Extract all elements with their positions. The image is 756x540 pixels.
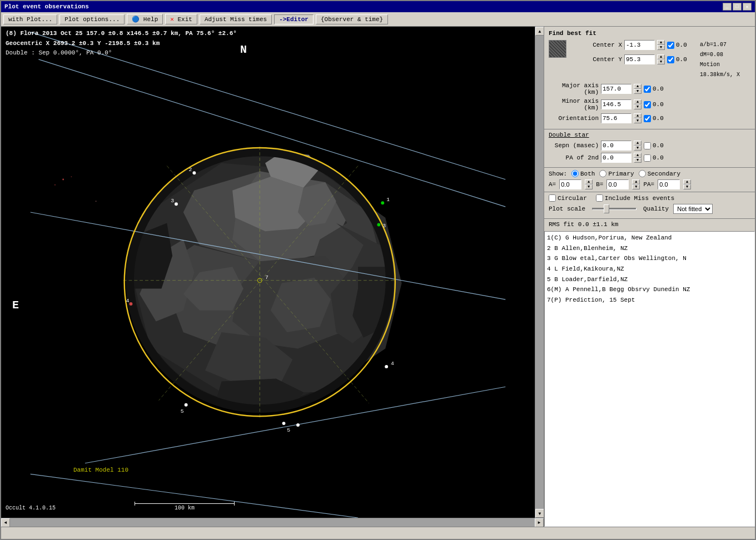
scale-line xyxy=(135,503,235,504)
minor-axis-up[interactable]: ▲ xyxy=(634,99,641,104)
center-y-up[interactable]: ▲ xyxy=(657,54,665,59)
observer-time-button[interactable]: {Observer & time} xyxy=(316,14,388,24)
quality-select[interactable]: Not fitted Poor Fair Good Excellent xyxy=(673,204,713,214)
svg-text:5: 5 xyxy=(181,408,184,414)
center-y-label: Center Y xyxy=(572,56,622,63)
scroll-right-button[interactable]: ► xyxy=(535,518,544,527)
svg-text:4: 4 xyxy=(391,361,394,367)
pa-2nd-spinner[interactable]: ▲ ▼ xyxy=(634,153,641,163)
maximize-button[interactable]: □ xyxy=(733,3,742,11)
center-y-check: 0.0 xyxy=(667,56,695,63)
plot-container: 1 2 3 3 4 xyxy=(1,27,544,527)
circular-checkbox[interactable] xyxy=(549,194,556,202)
center-y-down[interactable]: ▼ xyxy=(657,59,665,64)
show-both-radio[interactable] xyxy=(571,170,579,177)
exit-button[interactable]: ✕ Exit xyxy=(165,14,197,24)
orientation-down[interactable]: ▼ xyxy=(634,118,641,123)
a-input[interactable] xyxy=(559,179,581,189)
find-best-fit-title: Find best fit xyxy=(549,30,750,37)
close-button[interactable]: ✕ xyxy=(743,3,752,11)
observer-item-2[interactable]: 2 B Allen,Blenheim, NZ xyxy=(547,243,752,254)
observer-item-4[interactable]: 4 L Field,Kaikoura,NZ xyxy=(547,264,752,274)
plot-area[interactable]: 1 2 3 3 4 xyxy=(1,27,535,518)
center-x-label: Center X xyxy=(572,42,622,48)
minimize-button[interactable]: _ xyxy=(723,3,732,11)
observer-item-3[interactable]: 3 G Blow etal,Carter Obs Wellington, N xyxy=(547,253,752,264)
a-spinner[interactable]: ▲ ▼ xyxy=(585,179,593,189)
major-axis-down[interactable]: ▼ xyxy=(634,89,641,94)
scroll-track-h[interactable] xyxy=(10,518,535,527)
center-y-spinner[interactable]: ▲ ▼ xyxy=(657,54,665,64)
observer-item-1[interactable]: 1(C) G Hudson,Porirua, New Zealand xyxy=(547,233,752,243)
center-x-input[interactable] xyxy=(624,40,655,50)
sepn-checkbox[interactable] xyxy=(644,142,651,149)
show-radio-group: Show: Both Primary Secondary xyxy=(549,170,750,177)
show-section: Show: Both Primary Secondary xyxy=(544,168,755,192)
pa-spinner[interactable]: ▲ ▼ xyxy=(683,179,691,189)
help-button[interactable]: 🔵 Help xyxy=(127,14,163,24)
minor-axis-checkbox[interactable] xyxy=(644,101,651,108)
a-down[interactable]: ▼ xyxy=(585,184,593,189)
pa-2nd-up[interactable]: ▲ xyxy=(634,153,641,158)
thumbnail-image[interactable] xyxy=(549,40,566,58)
pa-2nd-checkbox[interactable] xyxy=(644,154,651,162)
orientation-row: Orientation ▲ ▼ 0.0 xyxy=(549,113,750,123)
minor-axis-down[interactable]: ▼ xyxy=(634,104,641,109)
center-y-input[interactable] xyxy=(624,54,655,64)
center-x-checkbox[interactable] xyxy=(667,42,674,49)
show-secondary-radio[interactable] xyxy=(639,170,646,177)
pa-input[interactable] xyxy=(658,179,680,189)
major-axis-input[interactable] xyxy=(601,84,631,94)
circular-label: Circular xyxy=(558,195,587,202)
observer-item-6[interactable]: 6(M) A Pennell,B Begg Obsrvy Dunedin NZ xyxy=(547,284,752,295)
sepn-spinner[interactable]: ▲ ▼ xyxy=(634,141,641,151)
orientation-up[interactable]: ▲ xyxy=(634,113,641,118)
include-miss-checkbox[interactable] xyxy=(596,194,603,202)
pa-2nd-row: PA of 2nd ▲ ▼ 0.0 xyxy=(549,153,750,163)
observer-list[interactable]: 1(C) G Hudson,Porirua, New Zealand 2 B A… xyxy=(544,231,755,527)
scroll-down-button[interactable]: ▼ xyxy=(535,509,544,518)
plot-options-button[interactable]: Plot options... xyxy=(59,14,125,24)
major-axis-checkbox[interactable] xyxy=(644,86,651,93)
b-down[interactable]: ▼ xyxy=(632,184,640,189)
center-x-down[interactable]: ▼ xyxy=(657,45,665,50)
major-axis-up[interactable]: ▲ xyxy=(634,84,641,89)
scroll-left-button[interactable]: ◄ xyxy=(1,518,10,527)
with-plot-button[interactable]: with Plot... xyxy=(3,14,57,24)
center-x-spinner[interactable]: ▲ ▼ xyxy=(657,40,665,50)
show-both-item: Both xyxy=(571,170,595,177)
pa-2nd-down[interactable]: ▼ xyxy=(634,158,641,163)
scroll-up-button[interactable]: ▲ xyxy=(535,27,544,36)
slider-thumb[interactable] xyxy=(604,204,609,213)
plot-scale-slider[interactable] xyxy=(592,208,636,210)
sepn-down[interactable]: ▼ xyxy=(634,146,641,151)
scroll-track-v[interactable] xyxy=(535,36,544,509)
b-up[interactable]: ▲ xyxy=(632,179,640,184)
sepn-input[interactable] xyxy=(601,141,631,151)
center-x-up[interactable]: ▲ xyxy=(657,40,665,45)
orientation-input[interactable] xyxy=(601,113,631,123)
observer-item-5[interactable]: 5 B Loader,Darfield,NZ xyxy=(547,274,752,285)
orientation-checkbox[interactable] xyxy=(644,115,651,122)
observer-item-7[interactable]: 7(P) Prediction, 15 Sept xyxy=(547,295,752,306)
sepn-up[interactable]: ▲ xyxy=(634,141,641,146)
title-bar-buttons: _ □ ✕ xyxy=(723,3,752,11)
center-x-fit-val: 0.0 xyxy=(676,42,695,48)
adjust-miss-times-button[interactable]: Adjust Miss times xyxy=(200,14,272,24)
center-y-checkbox[interactable] xyxy=(667,56,674,63)
rms-section: RMS fit 0.0 ±1.1 km xyxy=(544,219,755,231)
svg-point-39 xyxy=(377,223,380,227)
a-up[interactable]: ▲ xyxy=(585,179,593,184)
pa-down[interactable]: ▼ xyxy=(683,184,691,189)
minor-axis-spinner[interactable]: ▲ ▼ xyxy=(634,99,641,109)
minor-axis-input[interactable] xyxy=(601,99,631,109)
b-input[interactable] xyxy=(606,179,629,189)
pa-up[interactable]: ▲ xyxy=(683,179,691,184)
orientation-spinner[interactable]: ▲ ▼ xyxy=(634,113,641,123)
b-spinner[interactable]: ▲ ▼ xyxy=(632,179,640,189)
show-primary-radio[interactable] xyxy=(599,170,606,177)
major-axis-spinner[interactable]: ▲ ▼ xyxy=(634,84,641,94)
editor-button[interactable]: ->Editor xyxy=(274,14,314,24)
toolbar: with Plot... Plot options... 🔵 Help ✕ Ex… xyxy=(1,12,755,27)
pa-2nd-input[interactable] xyxy=(601,153,631,163)
